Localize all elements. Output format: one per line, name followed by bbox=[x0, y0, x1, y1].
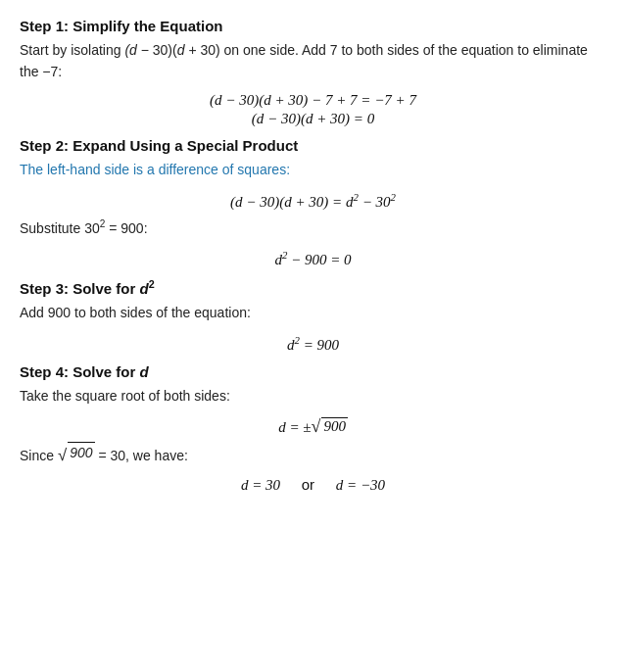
step-1-section: Step 1: Simplify the Equation Start by i… bbox=[20, 18, 606, 127]
radical-content: 900 bbox=[321, 417, 348, 435]
step-1-math: (d − 30)(d + 30) − 7 + 7 = −7 + 7 (d − 3… bbox=[20, 92, 606, 127]
step-3-math: d2 = 900 bbox=[20, 334, 606, 354]
step-4-eq2: d = 30 or d = −30 bbox=[20, 476, 606, 494]
radical-sign2-icon: √ bbox=[58, 448, 67, 464]
step-4-heading: Step 4: Solve for d bbox=[20, 363, 606, 380]
step-4-math: d = ±√900 bbox=[20, 417, 606, 436]
step-2-blue: The left-hand side is a difference of sq… bbox=[20, 160, 606, 181]
step-1-body: Start by isolating (d − 30)(d + 30) on o… bbox=[20, 40, 606, 82]
step-2-heading: Step 2: Expand Using a Special Product bbox=[20, 137, 606, 154]
step-2-math: (d − 30)(d + 30) = d2 − 302 bbox=[20, 191, 606, 211]
step-4-eq1: d = ±√900 bbox=[20, 417, 606, 436]
step-3-eq1: d2 = 900 bbox=[20, 334, 606, 354]
step-2-section: Step 2: Expand Using a Special Product T… bbox=[20, 137, 606, 268]
step-4-sub-math: d = 30 or d = −30 bbox=[20, 476, 606, 494]
step-2-sub-text: Substitute 302 = 900: bbox=[20, 216, 606, 239]
step-4-body: Take the square root of both sides: bbox=[20, 386, 606, 408]
step-3-heading: Step 3: Solve for d2 bbox=[20, 278, 606, 297]
step-4-section: Step 4: Solve for d Take the square root… bbox=[20, 363, 606, 494]
step-2-eq1: (d − 30)(d + 30) = d2 − 302 bbox=[20, 191, 606, 211]
step-1-heading: Step 1: Simplify the Equation bbox=[20, 18, 606, 34]
step-2-eq2: d2 − 900 = 0 bbox=[20, 249, 606, 268]
step-3-body: Add 900 to both sides of the equation: bbox=[20, 303, 606, 324]
step-1-eq1: (d − 30)(d + 30) − 7 + 7 = −7 + 7 bbox=[20, 92, 606, 109]
step-4-sub-text: Since √900 = 30, we have: bbox=[20, 442, 606, 467]
radical-sign-icon: √ bbox=[311, 417, 320, 435]
step-1-eq2: (d − 30)(d + 30) = 0 bbox=[20, 111, 606, 127]
step-3-section: Step 3: Solve for d2 Add 900 to both sid… bbox=[20, 278, 606, 354]
step-2-sub-math: d2 − 900 = 0 bbox=[20, 249, 606, 268]
radical-content2: 900 bbox=[68, 442, 94, 464]
